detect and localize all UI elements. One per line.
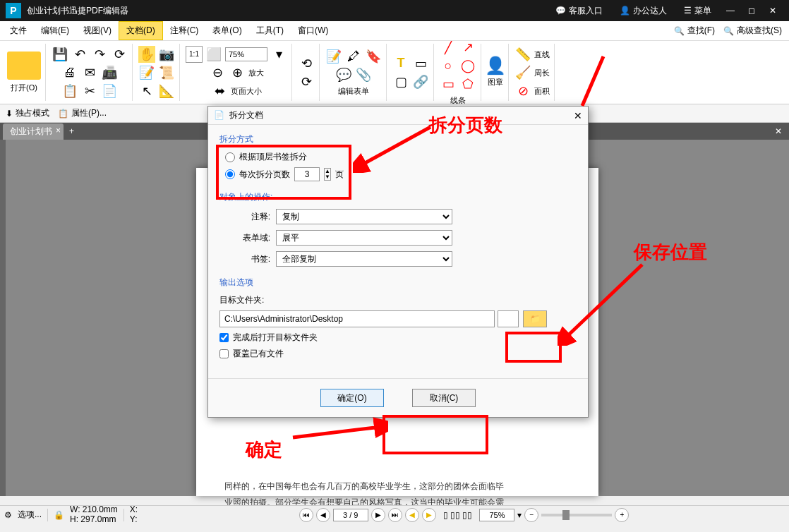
print-icon[interactable]: 🖨	[61, 64, 78, 81]
zoom-display[interactable]	[479, 509, 514, 521]
exclusive-mode-button[interactable]: ⬇独占模式	[6, 107, 49, 119]
open-after-checkbox[interactable]	[219, 333, 229, 342]
hand-icon[interactable]: ✋	[138, 46, 155, 63]
circle-icon[interactable]: ○	[440, 57, 457, 74]
dialog-close-button[interactable]: ✕	[574, 110, 582, 121]
rotate-right-icon[interactable]: ⟳	[298, 73, 315, 90]
open-after-row[interactable]: 完成后打开目标文件夹	[219, 332, 577, 344]
area-icon[interactable]: ⊘	[514, 83, 531, 99]
menu-form[interactable]: 表单(O)	[205, 22, 248, 40]
customer-service-button[interactable]: 💬客服入口	[547, 5, 611, 17]
open-icon[interactable]	[7, 52, 41, 80]
first-page-button[interactable]: ⏮	[299, 508, 313, 522]
scan-icon[interactable]: 📠	[101, 64, 118, 81]
options-button[interactable]: 选项...	[18, 509, 42, 521]
user-button[interactable]: 👤办公达人	[611, 5, 675, 17]
camera-icon[interactable]: 📷	[158, 46, 175, 63]
redo-icon[interactable]: ↷	[91, 46, 108, 63]
textbox-icon[interactable]: ▭	[412, 55, 429, 72]
zoom-slider[interactable]	[541, 514, 612, 516]
polygon-icon[interactable]: ⬠	[459, 75, 476, 92]
rect-icon[interactable]: ▭	[440, 75, 457, 92]
close-all-button[interactable]: ✕	[768, 126, 789, 136]
find-button[interactable]: 🔍查找(F)	[670, 23, 719, 38]
undo-icon[interactable]: ↶	[71, 46, 88, 63]
menu-edit[interactable]: 编辑(E)	[34, 22, 76, 40]
radio-pages[interactable]	[225, 169, 235, 179]
layout-icons[interactable]: ▯ ▯▯ ▯▯	[443, 510, 473, 520]
cut-icon[interactable]: ✂	[81, 83, 98, 99]
refresh-icon[interactable]: ⟳	[111, 46, 128, 63]
paste-icon[interactable]: 📄	[101, 83, 118, 99]
comment-icon[interactable]: 💬	[335, 66, 352, 83]
ruler-icon[interactable]: 📏	[514, 46, 531, 63]
menu-tools[interactable]: 工具(T)	[249, 22, 291, 40]
note-icon[interactable]: 📝	[325, 48, 342, 65]
zoom-out-icon[interactable]: ⊖	[209, 64, 226, 81]
arrow-shape-icon[interactable]: ↗	[459, 41, 476, 56]
radio-bookmark[interactable]	[225, 152, 235, 162]
clear-path-button[interactable]	[498, 310, 519, 327]
browse-button[interactable]: 📁	[523, 310, 547, 327]
ok-button[interactable]: 确定(O)	[320, 389, 384, 407]
annotation-select[interactable]: 复制	[276, 209, 452, 224]
zoom-dropdown-icon[interactable]: ▾	[270, 46, 287, 63]
email-icon[interactable]: ✉	[81, 64, 98, 81]
back-button[interactable]: ◀	[405, 508, 419, 522]
overwrite-row[interactable]: 覆盖已有文件	[219, 348, 577, 360]
minimize-button[interactable]: —	[720, 6, 741, 16]
callout-icon[interactable]: ▢	[392, 73, 409, 90]
measure-icon[interactable]: 📐	[158, 83, 175, 99]
select-icon[interactable]: 📝	[138, 64, 155, 81]
line-icon[interactable]: ╱	[440, 41, 457, 56]
zoom-in-icon[interactable]: ⊕	[229, 64, 246, 81]
dialog-title-bar[interactable]: 📄 拆分文档 ✕	[208, 107, 588, 125]
maximize-button[interactable]: ◻	[741, 6, 762, 16]
spinner-icon[interactable]: ▲▼	[324, 168, 331, 181]
arrow-icon[interactable]: ↖	[138, 83, 155, 99]
last-page-button[interactable]: ⏭	[388, 508, 402, 522]
cancel-button[interactable]: 取消(C)	[412, 389, 476, 407]
radio-pages-row[interactable]: 每次拆分页数 ▲▼ 页	[225, 167, 577, 181]
lock-icon[interactable]: 🔒	[54, 510, 64, 520]
pages-input[interactable]	[294, 167, 320, 181]
tab-close-icon[interactable]: ×	[56, 126, 61, 135]
advanced-find-button[interactable]: 🔍高级查找(S)	[719, 23, 786, 38]
text-box-icon[interactable]: T	[392, 55, 409, 72]
menu-view[interactable]: 视图(V)	[76, 22, 119, 40]
text-select-icon[interactable]: 📜	[158, 64, 175, 81]
zoom-out-button[interactable]: −	[524, 508, 538, 522]
next-page-button[interactable]: ▶	[371, 508, 385, 522]
menu-comment[interactable]: 注释(C)	[163, 22, 206, 40]
prev-page-button[interactable]: ◀	[316, 508, 330, 522]
forward-button[interactable]: ▶	[422, 508, 436, 522]
main-menu-button[interactable]: ☰菜单	[675, 5, 720, 17]
copy-icon[interactable]: 📋	[61, 83, 78, 99]
fit-icon[interactable]: 1:1	[186, 46, 203, 63]
menu-window[interactable]: 窗口(W)	[291, 22, 335, 40]
radio-bookmark-row[interactable]: 根据顶层书签拆分	[225, 151, 577, 163]
menu-file[interactable]: 文件	[3, 22, 34, 40]
stamp-icon[interactable]: 👤	[487, 57, 504, 74]
attach-icon[interactable]: 📎	[355, 66, 372, 83]
bookmark-select[interactable]: 全部复制	[276, 251, 452, 267]
rotate-left-icon[interactable]: ⟲	[298, 55, 315, 72]
link-icon[interactable]: 🔗	[412, 73, 429, 90]
save-icon[interactable]: 💾	[52, 46, 68, 63]
document-tab[interactable]: 创业计划书 ×	[3, 123, 64, 140]
ellipse-icon[interactable]: ◯	[459, 57, 476, 74]
form-select[interactable]: 展平	[276, 230, 452, 246]
highlight-icon[interactable]: 🖍	[345, 48, 362, 65]
menu-document[interactable]: 文档(D)	[119, 21, 163, 40]
zoom-input[interactable]	[225, 47, 267, 61]
add-tab-button[interactable]: +	[64, 126, 80, 136]
page-size-icon[interactable]: ⬌	[211, 83, 228, 99]
overwrite-checkbox[interactable]	[219, 349, 229, 358]
bookmark-icon[interactable]: 🔖	[365, 48, 382, 65]
properties-button[interactable]: 📋属性(P)...	[58, 107, 107, 119]
page-input[interactable]	[333, 509, 368, 521]
zoom-dropdown[interactable]: ▾	[517, 510, 522, 520]
left-sidebar[interactable]	[0, 140, 6, 496]
actual-icon[interactable]: ⬜	[205, 46, 222, 63]
gear-icon[interactable]: ⚙	[4, 510, 12, 520]
